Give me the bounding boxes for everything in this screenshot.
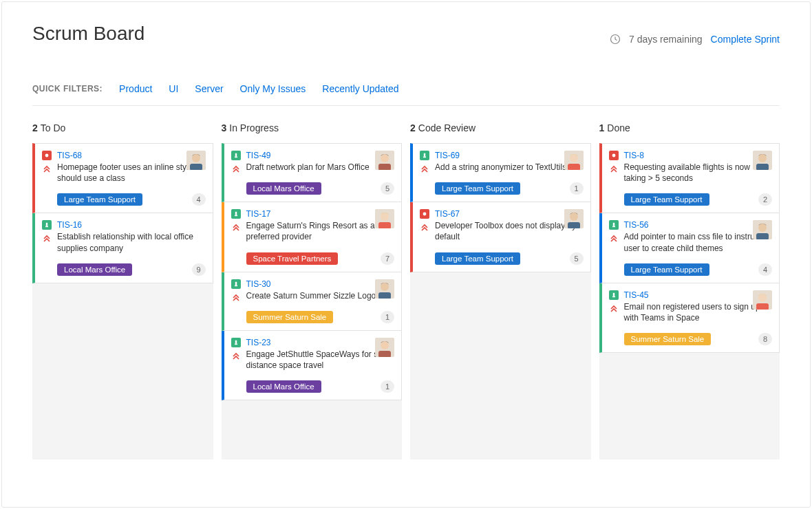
- assignee-avatar[interactable]: [753, 290, 772, 310]
- svg-point-36: [612, 154, 615, 158]
- card-icons: [231, 209, 241, 242]
- column-count: 2: [32, 122, 38, 133]
- assignee-avatar[interactable]: [564, 209, 584, 228]
- issue-card[interactable]: TIS-30Create Saturn Summer Sizzle LogoSu…: [222, 272, 403, 331]
- issue-summary: Add a string anonymizer to TextUtils: [435, 162, 584, 173]
- svg-point-48: [758, 294, 767, 302]
- epic-badge[interactable]: Summer Saturn Sale: [246, 311, 334, 323]
- assignee-avatar[interactable]: [186, 151, 206, 170]
- issue-summary: Create Saturn Summer Sizzle Logo: [246, 290, 395, 301]
- card-top: TIS-8Requesting available flights is now…: [609, 151, 773, 184]
- svg-point-25: [381, 341, 389, 349]
- column-name: In Progress: [229, 122, 279, 133]
- quick-filter-item[interactable]: Only My Issues: [240, 83, 306, 94]
- issue-summary: Draft network plan for Mars Office: [246, 162, 395, 173]
- column-count: 1: [599, 122, 605, 133]
- epic-badge[interactable]: Summer Saturn Sale: [624, 333, 712, 345]
- epic-badge[interactable]: Large Team Support: [435, 182, 520, 195]
- priority-highest-icon: [43, 163, 51, 171]
- board-column: 3In ProgressTIS-49Draft network plan for…: [222, 122, 403, 459]
- epic-badge[interactable]: Local Mars Office: [246, 380, 321, 393]
- priority-highest-icon: [43, 232, 51, 241]
- quick-filter-item[interactable]: Server: [195, 83, 223, 94]
- svg-rect-40: [612, 223, 614, 226]
- board-column: 1DoneTIS-8Requesting available flights i…: [599, 122, 780, 459]
- assignee-avatar[interactable]: [375, 209, 394, 228]
- assignee-avatar[interactable]: [564, 151, 584, 170]
- card-top: TIS-69Add a string anonymizer to TextUti…: [420, 151, 584, 173]
- epic-badge[interactable]: Large Team Support: [57, 193, 142, 206]
- issue-card[interactable]: TIS-8Requesting available flights is now…: [599, 143, 780, 213]
- card-text: TIS-56Add pointer to main css file to in…: [624, 220, 773, 253]
- card-icons: [42, 220, 52, 253]
- svg-rect-41: [612, 226, 615, 228]
- issue-card[interactable]: TIS-45Email non registered users to sign…: [599, 283, 780, 353]
- issue-card[interactable]: TIS-16Establish relationship with local …: [32, 213, 213, 283]
- priority-highest-icon: [610, 232, 618, 241]
- card-top: TIS-68Homepage footer uses an inline sty…: [42, 151, 206, 184]
- svg-point-43: [758, 224, 767, 232]
- card-bottom: Large Team Support1: [420, 182, 584, 195]
- svg-point-15: [381, 213, 389, 221]
- epic-badge[interactable]: Large Team Support: [624, 263, 709, 276]
- epic-badge[interactable]: Large Team Support: [624, 193, 709, 206]
- issue-key[interactable]: TIS-17: [246, 209, 395, 219]
- story-points-badge: 1: [381, 311, 394, 323]
- story-icon: [609, 220, 619, 230]
- svg-point-1: [45, 154, 49, 158]
- issue-key[interactable]: TIS-56: [624, 220, 773, 230]
- column-body: TIS-49Draft network plan for Mars Office…: [222, 143, 403, 459]
- issue-summary: Requesting available flights is now taki…: [624, 162, 773, 184]
- epic-badge[interactable]: Space Travel Partners: [246, 252, 339, 265]
- quick-filter-item[interactable]: Product: [119, 83, 152, 94]
- svg-rect-16: [378, 222, 391, 228]
- assignee-avatar[interactable]: [375, 338, 394, 357]
- header: Scrum Board 7 days remaining Complete Sp…: [32, 23, 780, 45]
- issue-card[interactable]: TIS-56Add pointer to main css file to in…: [599, 213, 780, 283]
- priority-highest-icon: [420, 221, 429, 230]
- page-title: Scrum Board: [32, 23, 145, 45]
- card-icons: [609, 290, 619, 323]
- priority-highest-icon: [232, 292, 240, 300]
- epic-badge[interactable]: Local Mars Office: [57, 263, 132, 276]
- svg-rect-49: [756, 303, 769, 310]
- epic-badge[interactable]: Large Team Support: [435, 252, 520, 265]
- issue-card[interactable]: TIS-23Engage JetShuttle SpaceWays for sh…: [222, 331, 403, 400]
- issue-key[interactable]: TIS-67: [435, 209, 584, 219]
- issue-key[interactable]: TIS-30: [246, 279, 395, 289]
- card-text: TIS-8Requesting available flights is now…: [624, 151, 773, 184]
- issue-card[interactable]: TIS-49Draft network plan for Mars Office…: [222, 143, 403, 202]
- issue-key[interactable]: TIS-68: [57, 151, 206, 160]
- issue-key[interactable]: TIS-69: [435, 151, 584, 160]
- quick-filter-item[interactable]: Recently Updated: [322, 83, 398, 94]
- issue-summary: Developer Toolbox does not display by de…: [435, 220, 584, 242]
- issue-card[interactable]: TIS-69Add a string anonymizer to TextUti…: [410, 143, 591, 202]
- issue-key[interactable]: TIS-49: [246, 151, 395, 160]
- assignee-avatar[interactable]: [375, 279, 394, 299]
- column-count: 3: [222, 122, 227, 133]
- issue-key[interactable]: TIS-45: [624, 290, 773, 300]
- issue-card[interactable]: TIS-17Engage Saturn's Rings Resort as a …: [222, 202, 403, 272]
- svg-rect-18: [235, 285, 237, 286]
- issue-summary: Email non registered users to sign up wi…: [624, 301, 773, 323]
- assignee-avatar[interactable]: [753, 220, 772, 239]
- epic-badge[interactable]: Local Mars Office: [246, 182, 321, 195]
- card-text: TIS-68Homepage footer uses an inline sty…: [57, 151, 206, 184]
- issue-card[interactable]: TIS-67Developer Toolbox does not display…: [410, 202, 591, 272]
- header-right: 7 days remaining Complete Sprint: [610, 34, 780, 45]
- issue-key[interactable]: TIS-16: [57, 220, 206, 230]
- issue-key[interactable]: TIS-23: [246, 338, 395, 347]
- column-header: 1Done: [599, 122, 780, 133]
- card-text: TIS-16Establish relationship with local …: [57, 220, 206, 253]
- issue-key[interactable]: TIS-8: [624, 151, 773, 160]
- card-text: TIS-69Add a string anonymizer to TextUti…: [435, 151, 584, 173]
- quick-filter-item[interactable]: UI: [169, 83, 178, 94]
- assignee-avatar[interactable]: [375, 151, 394, 170]
- issue-card[interactable]: TIS-68Homepage footer uses an inline sty…: [32, 143, 213, 213]
- story-points-badge: 2: [758, 193, 772, 206]
- assignee-avatar[interactable]: [753, 151, 772, 170]
- complete-sprint-link[interactable]: Complete Sprint: [711, 34, 780, 45]
- svg-rect-31: [568, 164, 580, 170]
- svg-rect-7: [235, 153, 236, 157]
- card-bottom: Large Team Support4: [609, 263, 773, 276]
